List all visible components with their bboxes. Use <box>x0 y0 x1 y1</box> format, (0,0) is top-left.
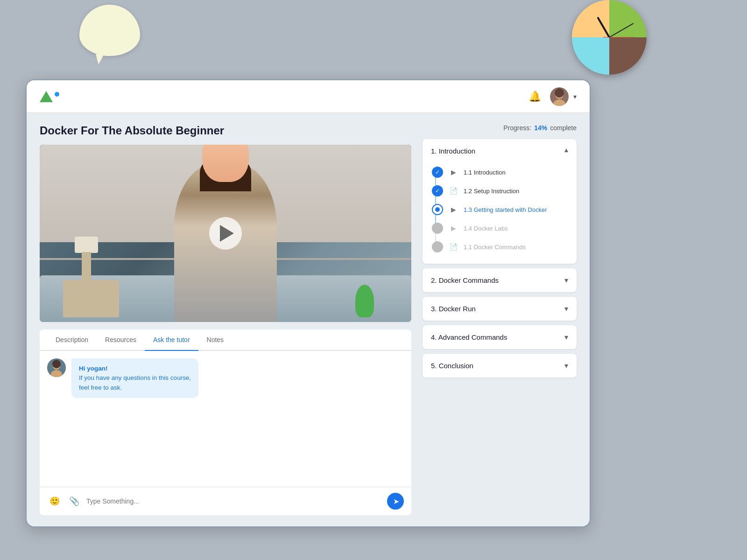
lesson-item-1-4[interactable]: ▶ 1.4 Docker Labs <box>430 219 569 238</box>
attachment-button[interactable]: 📎 <box>67 494 82 509</box>
lesson-dot-1-4 <box>432 223 443 234</box>
lesson-dot-1-3 <box>432 204 443 215</box>
section-docker-commands-header[interactable]: 2. Docker Commands ▾ <box>423 268 577 292</box>
progress-row: Progress: 14% complete <box>423 124 577 132</box>
lesson-item-1-2[interactable]: ✓ 📄 1.2 Setup Instruction <box>430 182 569 200</box>
clock <box>572 0 647 75</box>
speech-bubble <box>79 5 140 56</box>
accordion: 1. Introduction ▾ ✓ ▶ <box>423 139 577 378</box>
section-intro-header[interactable]: 1. Introduction ▾ <box>423 139 577 163</box>
progress-suffix: complete <box>550 124 577 132</box>
section-intro: 1. Introduction ▾ ✓ ▶ <box>423 139 577 264</box>
send-button[interactable]: ➤ <box>387 493 404 510</box>
presenter-head <box>202 145 249 182</box>
avatar <box>550 87 569 106</box>
left-panel: Docker For The Absolute Beginner <box>40 124 411 515</box>
section-docker-run-label: 3. Docker Run <box>431 305 476 313</box>
section-conclusion-header[interactable]: 5. Conclusion ▾ <box>423 354 577 378</box>
svg-point-3 <box>555 88 564 98</box>
check-icon-2: ✓ <box>435 188 440 194</box>
section-conclusion-label: 5. Conclusion <box>431 362 473 370</box>
lesson-video-icon-1-3: ▶ <box>449 206 458 213</box>
header: 🔔 ▾ <box>27 80 590 113</box>
lesson-dot-1-1: ✓ <box>432 167 443 178</box>
section-advanced-chevron: ▾ <box>564 333 568 342</box>
lesson-doc-icon-1-5: 📄 <box>449 243 458 251</box>
section-docker-run-chevron: ▾ <box>564 304 568 313</box>
progress-label: Progress: <box>503 124 531 132</box>
emoji-button[interactable]: 🙂 <box>47 494 62 509</box>
lesson-item-1-5[interactable]: 📄 1.1 Docker Commands <box>430 238 569 256</box>
tabs-header: Description Resources Ask the tutor Note… <box>40 329 411 351</box>
tab-resources[interactable]: Resources <box>97 329 145 350</box>
send-icon: ➤ <box>393 497 399 506</box>
chat-bubble: Hi yogan! If you have any questions in t… <box>71 358 198 398</box>
play-button[interactable] <box>209 217 242 250</box>
section-conclusion-chevron: ▾ <box>564 361 568 370</box>
lesson-title-1-5: 1.1 Docker Commands <box>464 244 567 251</box>
chat-line2: If you have any questions in this course… <box>79 374 191 381</box>
section-intro-label: 1. Introduction <box>431 147 475 155</box>
main-content: Docker For The Absolute Beginner <box>27 113 590 526</box>
section-docker-commands-chevron: ▾ <box>564 276 568 285</box>
section-advanced-label: 4. Advanced Commands <box>431 333 507 341</box>
section-docker-commands-label: 2. Docker Commands <box>431 276 499 284</box>
lesson-item-1-3[interactable]: ▶ 1.3 Getting started with Docker <box>430 200 569 219</box>
section-conclusion: 5. Conclusion ▾ <box>423 354 577 378</box>
tab-notes[interactable]: Notes <box>198 329 233 350</box>
logo-dot <box>55 92 59 97</box>
lesson-dot-1-5 <box>432 241 443 252</box>
section-intro-body: ✓ ▶ 1.1 Introduction ✓ <box>423 163 577 264</box>
tab-description[interactable]: Description <box>47 329 97 350</box>
chat-message: Hi yogan! If you have any questions in t… <box>47 358 404 398</box>
section-advanced-header[interactable]: 4. Advanced Commands ▾ <box>423 325 577 349</box>
lesson-item-1-1[interactable]: ✓ ▶ 1.1 Introduction <box>430 163 569 182</box>
lesson-doc-icon-1-2: 📄 <box>449 187 458 195</box>
check-icon: ✓ <box>435 169 440 175</box>
active-dot-circle <box>435 207 440 212</box>
lesson-title-1-1: 1.1 Introduction <box>464 169 567 176</box>
lesson-list: ✓ ▶ 1.1 Introduction ✓ <box>430 163 569 256</box>
section-docker-run-header[interactable]: 3. Docker Run ▾ <box>423 297 577 321</box>
lesson-video-icon-1-4: ▶ <box>449 224 458 232</box>
progress-percent: 14% <box>534 124 547 132</box>
section-advanced: 4. Advanced Commands ▾ <box>423 325 577 349</box>
user-avatar-menu[interactable]: ▾ <box>550 87 577 106</box>
tabs-panel: Description Resources Ask the tutor Note… <box>40 329 411 515</box>
clock-hour-hand <box>597 17 610 38</box>
tab-ask-tutor[interactable]: Ask the tutor <box>145 329 198 350</box>
chat-area: Hi yogan! If you have any questions in t… <box>40 351 411 487</box>
play-icon <box>220 225 234 242</box>
app-container: 🔔 ▾ Docker For The Absolute Beginner <box>26 79 591 527</box>
section-intro-chevron: ▾ <box>564 147 568 155</box>
lesson-title-1-4: 1.4 Docker Labs <box>464 225 567 232</box>
section-docker-commands: 2. Docker Commands ▾ <box>423 268 577 292</box>
lesson-video-icon-1-1: ▶ <box>449 168 458 176</box>
course-title: Docker For The Absolute Beginner <box>40 124 411 137</box>
chat-input-area: 🙂 📎 ➤ <box>40 487 411 515</box>
lesson-dot-1-2: ✓ <box>432 185 443 196</box>
chat-line3: feel free to ask. <box>79 384 122 391</box>
lesson-title-1-2: 1.2 Setup Instruction <box>464 188 567 195</box>
notification-bell[interactable]: 🔔 <box>526 88 543 105</box>
section-docker-run: 3. Docker Run ▾ <box>423 297 577 321</box>
logo-triangle <box>40 91 53 102</box>
video-player[interactable] <box>40 145 411 322</box>
clock-second-hand <box>603 37 634 38</box>
chat-avatar <box>47 358 66 377</box>
chat-input[interactable] <box>86 497 382 505</box>
lesson-title-1-3: 1.3 Getting started with Docker <box>464 206 567 213</box>
clock-minute-hand <box>609 23 634 38</box>
svg-point-7 <box>52 360 61 368</box>
chevron-down-icon: ▾ <box>573 93 577 100</box>
right-panel: Progress: 14% complete 1. Introduction ▾ <box>423 124 577 515</box>
logo <box>40 91 59 102</box>
chat-greeting: Hi yogan! <box>79 365 108 372</box>
